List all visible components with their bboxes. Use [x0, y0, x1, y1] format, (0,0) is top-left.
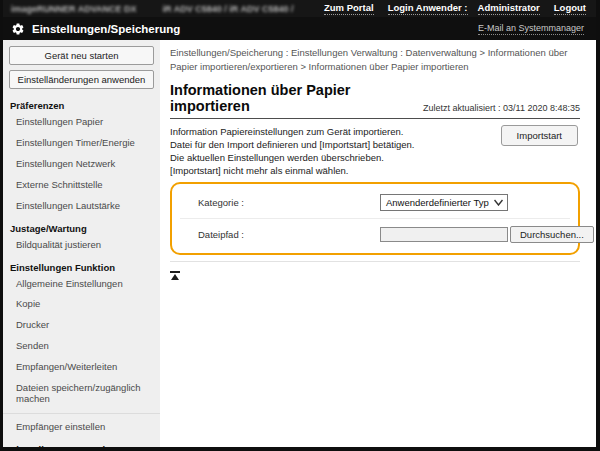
filepath-label: Dateipfad :	[198, 229, 380, 240]
portal-link[interactable]: Zum Portal	[324, 2, 374, 15]
sidebar-divider	[3, 413, 160, 414]
import-form-box: Kategorie : Anwenderdefinierter Typ Date…	[170, 182, 580, 255]
sidebar-section-einstellungen-funktion: Einstellungen Funktion	[3, 256, 160, 274]
sidebar-section-praeferenzen: Präferenzen	[3, 94, 160, 112]
category-row: Kategorie : Anwenderdefinierter Typ	[180, 187, 570, 218]
description-line: [Importstart] nicht mehr als einmal wähl…	[170, 164, 580, 177]
category-select[interactable]: Anwenderdefinierter Typ	[380, 194, 508, 211]
back-to-top-icon[interactable]	[170, 271, 180, 280]
login-user-label: Login Anwender :	[388, 2, 468, 15]
sidebar-section-justage-wartung: Justage/Wartung	[3, 217, 160, 235]
topbar-links: Zum Portal Login Anwender : Administrato…	[324, 2, 586, 15]
page-title: Informationen über Papier importieren	[170, 82, 423, 114]
category-label: Kategorie :	[198, 197, 380, 208]
content-divider	[170, 261, 580, 262]
sidebar-item-empfaenger-einstellen[interactable]: Empfänger einstellen	[3, 417, 160, 438]
logout-link[interactable]: Logout	[554, 2, 586, 15]
sidebar-item-empfangen-weiterleiten[interactable]: Empfangen/Weiterleiten	[3, 357, 160, 378]
sidebar-item-netzwerk[interactable]: Einstellungen Netzwerk	[3, 154, 160, 175]
topbar: imageRUNNER ADVANCE DX iR ADV C5840 / iR…	[3, 0, 596, 17]
device-info: imageRUNNER ADVANCE DX iR ADV C5840 / iR…	[11, 4, 293, 14]
app-header: Einstellungen/Speicherung E-Mail an Syst…	[3, 17, 596, 40]
filepath-input[interactable]	[380, 227, 508, 242]
apply-setting-changes-button[interactable]: Einstelländerungen anwenden	[9, 70, 154, 89]
description-block: Information Papiereinstellungen zum Gerä…	[170, 125, 580, 177]
title-row: Informationen über Papier importieren Zu…	[170, 82, 580, 119]
category-selected-value: Anwenderdefinierter Typ	[386, 197, 489, 208]
main-content: Einstellungen/Speicherung : Einstellunge…	[160, 40, 596, 447]
sidebar-item-externe-schnittstelle[interactable]: Externe Schnittstelle	[3, 175, 160, 196]
sidebar-item-drucker[interactable]: Drucker	[3, 315, 160, 336]
sidebar-item-bildqualitaet[interactable]: Bildqualität justieren	[3, 235, 160, 256]
sidebar-item-lautstaerke[interactable]: Einstellungen Lautstärke	[3, 196, 160, 217]
sidebar-item-einstellungen-papier[interactable]: Einstellungen Papier	[3, 112, 160, 133]
description-line: Die aktuellen Einstellungen werden übers…	[170, 151, 580, 164]
sidebar-item-dateien-speichern[interactable]: Dateien speichern/zugänglich machen	[3, 378, 160, 410]
sidebar-item-allgemeine-einstellungen[interactable]: Allgemeine Einstellungen	[3, 274, 160, 295]
filepath-row: Dateipfad : Durchsuchen...	[180, 218, 570, 250]
sidebar: Gerät neu starten Einstelländerungen anw…	[3, 40, 160, 447]
chevron-down-icon	[494, 199, 503, 206]
browse-button[interactable]: Durchsuchen...	[510, 226, 594, 243]
restart-device-button[interactable]: Gerät neu starten	[9, 46, 154, 65]
sidebar-section-einstellungen-verwaltung: Einstellungen Verwaltung	[3, 438, 160, 447]
breadcrumb[interactable]: Einstellungen/Speicherung : Einstellunge…	[170, 46, 580, 75]
device-name-blurred: iR ADV C5840 / iR ADV C5840 /	[163, 4, 294, 14]
sidebar-item-senden[interactable]: Senden	[3, 336, 160, 357]
login-user-name: Administrator	[478, 2, 540, 15]
last-updated-timestamp: Zuletzt aktualisiert : 03/11 2020 8:48:3…	[423, 103, 580, 114]
import-start-button[interactable]: Importstart	[501, 125, 578, 146]
device-model-blurred: imageRUNNER ADVANCE DX	[11, 4, 137, 14]
gear-icon	[11, 22, 25, 36]
sidebar-item-timer-energie[interactable]: Einstellungen Timer/Energie	[3, 133, 160, 154]
remote-ui-window: imageRUNNER ADVANCE DX iR ADV C5840 / iR…	[0, 0, 600, 451]
sidebar-item-kopie[interactable]: Kopie	[3, 294, 160, 315]
app-title: Einstellungen/Speicherung	[32, 23, 180, 35]
mail-systemmanager-link[interactable]: E-Mail an Systemmanager	[478, 23, 584, 35]
